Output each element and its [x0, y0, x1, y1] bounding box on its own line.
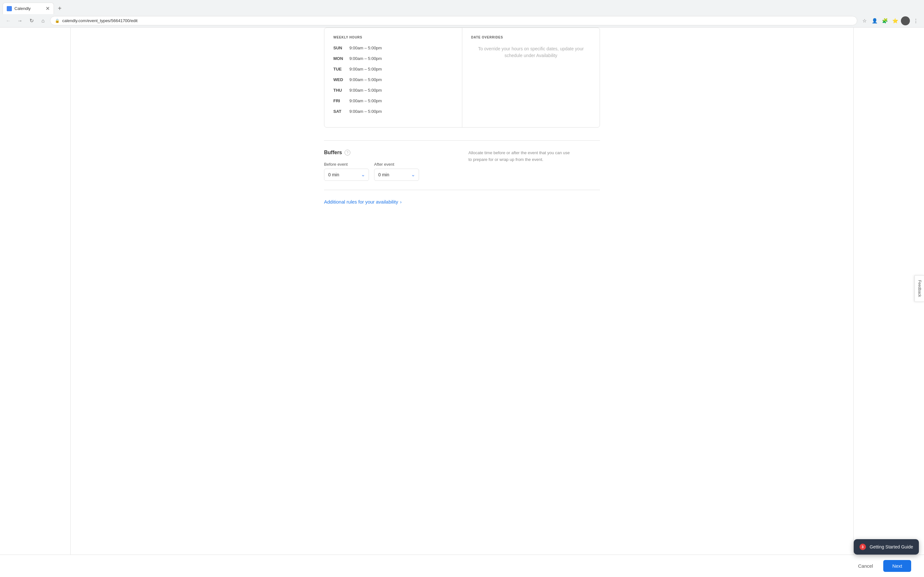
buffers-description: Allocate time before or after the event … [468, 150, 571, 163]
forward-button[interactable]: → [15, 16, 24, 25]
chevron-right-icon: › [400, 199, 402, 205]
buffers-left: Buffers ? Before event 0 min 5 min 10 mi… [324, 150, 456, 181]
cancel-button[interactable]: Cancel [853, 561, 878, 571]
after-event-label: After event [374, 162, 419, 167]
content-area: WEEKLY HOURS SUN 9:00am – 5:00pm MON 9:0… [324, 27, 600, 230]
menu-button[interactable]: ⋮ [911, 16, 920, 25]
buffers-right: Allocate time before or after the event … [468, 150, 600, 163]
day-label-sun: SUN [333, 45, 349, 50]
widget-label: Getting Started Guide [870, 544, 913, 550]
puzzle-button[interactable]: ⭐ [891, 16, 900, 25]
home-button[interactable]: ⌂ [39, 16, 47, 25]
day-row-sat: SAT 9:00am – 5:00pm [333, 109, 453, 114]
day-label-wed: WED [333, 77, 349, 82]
tab-favicon [7, 6, 12, 11]
avatar[interactable] [901, 16, 910, 25]
day-label-mon: MON [333, 56, 349, 61]
tab-title: Calendly [15, 6, 31, 11]
reload-button[interactable]: ↻ [27, 16, 36, 25]
next-button[interactable]: Next [883, 560, 911, 572]
before-event-dropdown-wrapper: 0 min 5 min 10 min 15 min 30 min 45 min … [324, 169, 369, 181]
extensions-button[interactable]: 🧩 [880, 16, 889, 25]
weekly-hours-title: WEEKLY HOURS [333, 35, 453, 39]
getting-started-widget[interactable]: 3 Getting Started Guide [854, 539, 919, 554]
date-override-placeholder: To override your hours on specific dates… [471, 45, 591, 59]
buffer-fields: Before event 0 min 5 min 10 min 15 min 3… [324, 162, 456, 181]
buffers-section: Buffers ? Before event 0 min 5 min 10 mi… [324, 150, 600, 181]
day-hours-wed: 9:00am – 5:00pm [349, 77, 382, 82]
widget-badge: 3 [859, 544, 866, 550]
weekly-hours-panel: WEEKLY HOURS SUN 9:00am – 5:00pm MON 9:0… [325, 28, 462, 127]
sidebar-left [0, 27, 71, 577]
tab-bar: Calendly ✕ + [0, 0, 924, 14]
date-overrides-title: DATE OVERRIDES [471, 35, 591, 39]
before-event-label: Before event [324, 162, 369, 167]
active-tab[interactable]: Calendly ✕ [3, 3, 54, 14]
day-label-sat: SAT [333, 109, 349, 114]
feedback-label: Feedback [918, 280, 922, 297]
lock-icon: 🔒 [55, 19, 60, 23]
address-bar[interactable]: 🔒 calendly.com/event_types/56641700/edit [50, 16, 857, 25]
day-label-tue: TUE [333, 67, 349, 71]
day-hours-sun: 9:00am – 5:00pm [349, 45, 382, 50]
browser-chrome: Calendly ✕ + ← → ↻ ⌂ 🔒 calendly.com/even… [0, 0, 924, 27]
day-hours-thu: 9:00am – 5:00pm [349, 88, 382, 93]
day-row-fri: FRI 9:00am – 5:00pm [333, 98, 453, 103]
nav-bar: ← → ↻ ⌂ 🔒 calendly.com/event_types/56641… [0, 14, 924, 27]
before-event-group: Before event 0 min 5 min 10 min 15 min 3… [324, 162, 369, 181]
feedback-tab[interactable]: Feedback [915, 276, 924, 302]
day-row-thu: THU 9:00am – 5:00pm [333, 88, 453, 93]
day-row-mon: MON 9:00am – 5:00pm [333, 56, 453, 61]
new-tab-button[interactable]: + [55, 4, 64, 13]
additional-rules-link[interactable]: Additional rules for your availability › [324, 199, 600, 205]
sidebar-right [853, 27, 924, 577]
date-overrides-panel: DATE OVERRIDES To override your hours on… [462, 28, 600, 127]
profile-icon[interactable]: 👤 [870, 16, 879, 25]
day-row-sun: SUN 9:00am – 5:00pm [333, 45, 453, 50]
before-event-dropdown[interactable]: 0 min 5 min 10 min 15 min 30 min 45 min … [324, 169, 369, 181]
main-content: WEEKLY HOURS SUN 9:00am – 5:00pm MON 9:0… [71, 27, 853, 577]
divider-2 [324, 190, 600, 190]
nav-actions: ☆ 👤 🧩 ⭐ ⋮ [860, 16, 920, 25]
star-button[interactable]: ☆ [860, 16, 869, 25]
day-hours-sat: 9:00am – 5:00pm [349, 109, 382, 114]
day-hours-tue: 9:00am – 5:00pm [349, 67, 382, 71]
day-label-fri: FRI [333, 98, 349, 103]
tab-close-button[interactable]: ✕ [45, 5, 50, 11]
day-row-wed: WED 9:00am – 5:00pm [333, 77, 453, 82]
url-text: calendly.com/event_types/56641700/edit [62, 18, 137, 23]
additional-rules-text: Additional rules for your availability [324, 199, 398, 205]
schedule-card: WEEKLY HOURS SUN 9:00am – 5:00pm MON 9:0… [324, 27, 600, 127]
back-button[interactable]: ← [4, 16, 13, 25]
buffers-title-row: Buffers ? [324, 150, 456, 155]
after-event-dropdown-wrapper: 0 min 5 min 10 min 15 min 30 min 45 min … [374, 169, 419, 181]
divider-1 [324, 140, 600, 141]
buffers-title: Buffers [324, 150, 342, 155]
after-event-group: After event 0 min 5 min 10 min 15 min 30… [374, 162, 419, 181]
after-event-dropdown[interactable]: 0 min 5 min 10 min 15 min 30 min 45 min … [374, 169, 419, 181]
day-row-tue: TUE 9:00am – 5:00pm [333, 67, 453, 71]
page-wrapper: WEEKLY HOURS SUN 9:00am – 5:00pm MON 9:0… [0, 27, 924, 577]
footer-bar: Cancel Next [0, 554, 924, 577]
user-avatar[interactable] [901, 16, 910, 25]
day-hours-mon: 9:00am – 5:00pm [349, 56, 382, 61]
buffers-help-icon[interactable]: ? [344, 150, 351, 155]
day-label-thu: THU [333, 88, 349, 93]
day-hours-fri: 9:00am – 5:00pm [349, 98, 382, 103]
